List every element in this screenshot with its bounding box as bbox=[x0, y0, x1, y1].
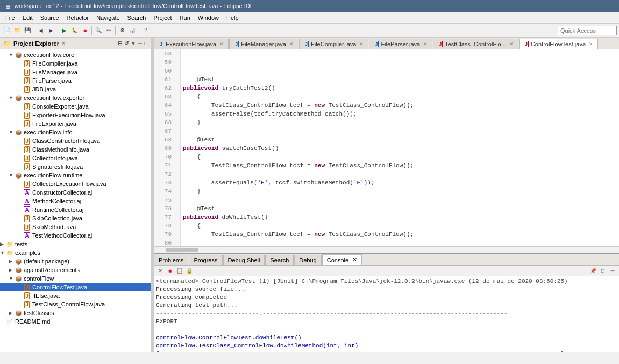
code-editor[interactable]: @Test public void tryCatchTest2() { Test… bbox=[181, 49, 619, 246]
tree-item[interactable]: ATestMethodCollector.aj bbox=[0, 231, 151, 240]
tab-close-icon[interactable]: ✕ bbox=[589, 41, 593, 47]
menu-run[interactable]: Run bbox=[176, 13, 194, 22]
tree-item[interactable]: JTestClass_ControlFlow.java bbox=[0, 300, 151, 309]
scrollbar-thumb[interactable] bbox=[166, 248, 198, 252]
tree-item[interactable]: 📄README.md bbox=[0, 317, 151, 326]
pe-collapse-btn[interactable]: ⊟ bbox=[117, 40, 123, 47]
editor-tab-2[interactable]: JFileCompiler.java✕ bbox=[299, 39, 368, 49]
tree-item[interactable]: ▶📦againstRequirements bbox=[0, 266, 151, 274]
tree-item[interactable]: ▶📦(default package) bbox=[0, 257, 151, 266]
toolbar-new-btn[interactable]: 📄 bbox=[2, 26, 12, 35]
toolbar-save-btn[interactable]: 💾 bbox=[23, 26, 32, 35]
editor-tab-5[interactable]: JControlFlowTest.java✕ bbox=[519, 39, 598, 49]
menu-search[interactable]: Search bbox=[124, 13, 150, 22]
tree-item[interactable]: ▼📁examples bbox=[0, 248, 151, 257]
toolbar-stop-btn[interactable]: ■ bbox=[80, 26, 90, 35]
quick-access-input[interactable] bbox=[558, 26, 617, 35]
editor-tab-0[interactable]: JExecutionFlow.java✕ bbox=[154, 39, 229, 49]
editor-tab-4[interactable]: JTestClass_ControlFlo...✕ bbox=[433, 39, 518, 49]
console-scroll-lock-btn[interactable]: 🔒 bbox=[185, 267, 194, 275]
toolbar-run-btn[interactable]: ▶ bbox=[60, 26, 69, 35]
tree-item[interactable]: JFileParser.java bbox=[0, 76, 151, 85]
menu-edit[interactable]: Edit bbox=[19, 13, 36, 22]
tree-item[interactable]: ▶📁tests bbox=[0, 240, 151, 248]
toolbar: 📄 📁 💾 ◀ ▶ ▶ 🐛 ■ 🔍 ✏ ⚙ 📊 ? bbox=[0, 24, 619, 38]
tree-item[interactable]: AConstructorCollector.aj bbox=[0, 188, 151, 197]
tab-close-icon[interactable]: ✕ bbox=[219, 41, 224, 47]
bottom-tab-search[interactable]: Search bbox=[265, 255, 294, 265]
pe-min-btn[interactable]: ─ bbox=[138, 40, 143, 47]
menu-file[interactable]: File bbox=[2, 13, 18, 22]
bottom-tab-progress[interactable]: Progress bbox=[189, 255, 222, 265]
toolbar-misc2[interactable]: 📊 bbox=[127, 26, 137, 35]
console-tab-close[interactable]: ✕ bbox=[352, 256, 357, 263]
console-output[interactable]: <terminated> ControlFlowTest (1) [JUnit]… bbox=[154, 276, 619, 352]
bottom-tab-problems[interactable]: Problems bbox=[154, 255, 188, 265]
horizontal-scrollbar[interactable] bbox=[154, 246, 619, 253]
menu-navigate[interactable]: Navigate bbox=[93, 13, 123, 22]
console-maximize-btn[interactable]: □ bbox=[599, 267, 607, 275]
toolbar-fwd-btn[interactable]: ▶ bbox=[46, 26, 56, 35]
pe-max-btn[interactable]: □ bbox=[144, 40, 148, 47]
tab-close-icon[interactable]: ✕ bbox=[289, 41, 294, 47]
tree-item[interactable]: ▶📦testClasses bbox=[0, 309, 151, 317]
console-stop-btn[interactable]: ■ bbox=[166, 267, 174, 275]
tab-close-icon[interactable]: ✕ bbox=[509, 41, 514, 47]
bottom-tab-label: Debug Shell bbox=[228, 257, 260, 263]
tree-item[interactable]: JJDB.java bbox=[0, 85, 151, 94]
toolbar-refactor-btn[interactable]: ✏ bbox=[104, 26, 113, 35]
tree-item[interactable]: JSkipCollection.java bbox=[0, 214, 151, 223]
tree-item[interactable]: JFileCompiler.java bbox=[0, 59, 151, 68]
console-copy-btn[interactable]: 📋 bbox=[175, 267, 184, 275]
tree-item[interactable]: JControlFlowTest.java bbox=[0, 283, 151, 291]
tree-item[interactable]: JConsoleExporter.java bbox=[0, 102, 151, 111]
tree-item[interactable]: ARuntimeCollector.aj bbox=[0, 205, 151, 214]
tree-item[interactable]: JSignaturesInfo.java bbox=[0, 162, 151, 171]
project-explorer-header: 📁 Project Explorer ✕ ⊟ ↺ ▼ ─ □ bbox=[0, 38, 151, 49]
toolbar-back-btn[interactable]: ◀ bbox=[36, 26, 46, 35]
toolbar-open-btn[interactable]: 📁 bbox=[12, 26, 22, 35]
menu-project[interactable]: Project bbox=[150, 13, 175, 22]
tree-item[interactable]: JClassMethodInfo.java bbox=[0, 145, 151, 154]
toolbar-debug-btn[interactable]: 🐛 bbox=[70, 26, 80, 35]
tree-item[interactable]: JIfElse.java bbox=[0, 291, 151, 300]
console-clear-btn[interactable]: ✕ bbox=[156, 267, 165, 275]
code-line: @Test bbox=[183, 75, 617, 84]
editor-tab-1[interactable]: JFileManager.java✕ bbox=[229, 39, 298, 49]
toolbar-misc1[interactable]: ⚙ bbox=[117, 26, 127, 35]
console-line: controlFlow.TestClass_ControlFlow.doWhil… bbox=[156, 342, 617, 350]
tree-item[interactable]: JCollectorExecutionFlow.java bbox=[0, 180, 151, 188]
console-pin-btn[interactable]: 📌 bbox=[589, 267, 597, 275]
editor-tab-3[interactable]: JFileParser.java✕ bbox=[369, 39, 432, 49]
tree-item[interactable]: ▼📦executionFlow.exporter bbox=[0, 94, 151, 102]
tree-item[interactable]: JFileManager.java bbox=[0, 68, 151, 76]
menu-refactor[interactable]: Refactor bbox=[63, 13, 93, 22]
tree-label: ExporterExecutionFlow.java bbox=[32, 112, 105, 118]
tree-item[interactable]: JSkipMethod.java bbox=[0, 223, 151, 231]
tree-item[interactable]: ▼📦executionFlow.runtime bbox=[0, 171, 151, 180]
tab-close-icon[interactable]: ✕ bbox=[359, 41, 364, 47]
tree-item[interactable]: JExporterExecutionFlow.java bbox=[0, 111, 151, 119]
tab-close-icon[interactable]: ✕ bbox=[423, 41, 428, 47]
menu-help[interactable]: Help bbox=[223, 13, 242, 22]
tree-label: SkipCollection.java bbox=[32, 215, 82, 222]
toolbar-help-btn[interactable]: ? bbox=[141, 26, 151, 35]
tree-item[interactable]: ▼📦executionFlow.info bbox=[0, 128, 151, 137]
menu-window[interactable]: Window bbox=[195, 13, 222, 22]
tree-item[interactable]: JFileExporter.java bbox=[0, 119, 151, 128]
tree-item[interactable]: AMethodCollector.aj bbox=[0, 197, 151, 205]
tree-item[interactable]: JClassConstructorInfo.java bbox=[0, 137, 151, 145]
pe-sync-btn[interactable]: ↺ bbox=[124, 40, 129, 47]
tree-item[interactable]: ▼📦controlFlow bbox=[0, 274, 151, 283]
bottom-tab-debug[interactable]: Debug bbox=[294, 255, 321, 265]
menu-source[interactable]: Source bbox=[37, 13, 62, 22]
console-minimize-btn[interactable]: ─ bbox=[608, 267, 617, 275]
tree-icon: J bbox=[23, 215, 31, 222]
tree-item[interactable]: ▼📦executionFlow.core bbox=[0, 51, 151, 59]
tree-icon: J bbox=[23, 85, 31, 93]
bottom-tab-console[interactable]: Console✕ bbox=[322, 254, 362, 265]
toolbar-search-btn[interactable]: 🔍 bbox=[94, 26, 103, 35]
bottom-tab-debug-shell[interactable]: Debug Shell bbox=[223, 255, 265, 265]
pe-menu-btn[interactable]: ▼ bbox=[130, 40, 137, 47]
tree-item[interactable]: JCollectorInfo.java bbox=[0, 154, 151, 162]
